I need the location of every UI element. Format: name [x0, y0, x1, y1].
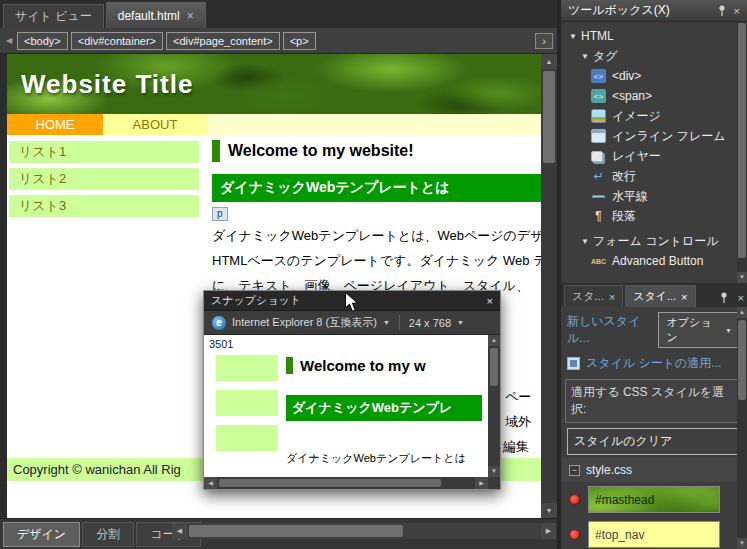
- scroll-down-button[interactable]: ▼: [737, 538, 747, 549]
- scroll-left-button[interactable]: ◀: [204, 477, 217, 489]
- collapse-icon[interactable]: ▼: [581, 52, 593, 61]
- right-panel-column: ツールボックス(X) × ▼ HTML ▼ タグ <> <div> <> <s: [561, 0, 747, 549]
- close-icon[interactable]: ×: [734, 5, 740, 17]
- scroll-thumb[interactable]: [543, 71, 555, 163]
- scroll-right-button[interactable]: ▶: [475, 477, 488, 489]
- preview-hscrollbar[interactable]: ◀ ▶: [204, 477, 488, 489]
- design-vscrollbar[interactable]: ▲ ▼: [541, 54, 557, 518]
- styles-tab-bar: スタ... × スタイ... × ×: [561, 283, 747, 307]
- toolbox-item-paragraph[interactable]: ¶ 段落: [561, 206, 747, 226]
- view-tab-split[interactable]: 分割: [82, 522, 134, 547]
- id-selector-icon: [569, 529, 580, 540]
- section-heading[interactable]: ダイナミックWebテンプレートとは: [212, 174, 541, 202]
- attach-stylesheet-icon: [567, 357, 580, 370]
- breadcrumb-item-page-content[interactable]: <div#page_content>: [166, 32, 280, 50]
- tree-group-html[interactable]: ▼ HTML: [561, 26, 747, 46]
- pin-icon[interactable]: [717, 5, 727, 17]
- left-column: リスト1 リスト2 リスト3: [7, 135, 207, 217]
- hscroll-thumb[interactable]: [189, 525, 403, 537]
- style-rule-top-nav[interactable]: #top_nav: [561, 517, 747, 549]
- scroll-down-button[interactable]: ▼: [737, 272, 747, 283]
- item-label: 水平線: [612, 188, 648, 205]
- style-swatch[interactable]: #masthead: [588, 486, 720, 513]
- toolbox-item-advanced-button[interactable]: ABC Advanced Button: [561, 251, 747, 271]
- style-swatch[interactable]: #top_nav: [588, 521, 720, 548]
- occluded-text-fragment: 域外: [505, 413, 531, 431]
- chevron-down-icon: ▼: [725, 327, 732, 334]
- quick-tag-prev-icon[interactable]: ◀: [4, 36, 14, 45]
- tab-manage-styles[interactable]: スタイ... ×: [625, 285, 695, 307]
- snapshot-close-icon[interactable]: ×: [487, 295, 493, 307]
- collapse-icon[interactable]: ▼: [569, 32, 581, 41]
- collapse-icon[interactable]: ▼: [581, 237, 593, 246]
- scroll-left-button[interactable]: ◀: [172, 523, 187, 539]
- p-tag-label[interactable]: p: [212, 207, 228, 221]
- tab-close-icon[interactable]: ×: [681, 291, 687, 303]
- clear-styles-item[interactable]: スタイルのクリア: [567, 428, 741, 455]
- line-break-icon: ↵: [591, 169, 606, 183]
- chevron-down-icon[interactable]: ▼: [383, 319, 390, 326]
- scroll-right-button[interactable]: ▶: [541, 523, 556, 539]
- tab-site-view[interactable]: サイト ビュー: [3, 4, 104, 28]
- nav-about-link[interactable]: ABOUT: [103, 114, 207, 135]
- preview-vscrollbar[interactable]: ▲ ▼: [488, 335, 500, 477]
- scroll-thumb[interactable]: [490, 348, 498, 386]
- paragraph[interactable]: ダイナミックWebテンプレートとは、Webページのデザ HTMLベースのテンプレ…: [212, 223, 541, 298]
- resolution-selector[interactable]: 24 x 768: [409, 317, 451, 329]
- view-tab-design[interactable]: デザイン: [3, 522, 80, 547]
- select-style-label: 適用する CSS スタイルを選択:: [565, 379, 743, 423]
- scroll-up-button[interactable]: ▲: [541, 54, 557, 69]
- scroll-down-button[interactable]: ▼: [541, 503, 557, 518]
- welcome-heading[interactable]: Welcome to my website!: [212, 140, 541, 162]
- toolbox-item-horizontal-rule[interactable]: 水平線: [561, 186, 747, 206]
- tree-group-form-controls[interactable]: ▼ フォーム コントロール: [561, 231, 747, 251]
- collapse-box-icon[interactable]: −: [569, 465, 580, 476]
- attach-stylesheet-link[interactable]: スタイル シートの適用...: [586, 355, 721, 372]
- browser-selector[interactable]: Internet Explorer 8 (互換表示): [232, 315, 377, 330]
- scroll-down-button[interactable]: ▼: [488, 466, 500, 477]
- snapshot-panel: スナップショット × e Internet Explorer 8 (互換表示) …: [203, 290, 501, 490]
- scroll-thumb[interactable]: [738, 23, 746, 258]
- toolbox-item-span[interactable]: <> <span>: [561, 86, 747, 106]
- item-label: インライン フレーム: [612, 128, 726, 145]
- scroll-thumb[interactable]: [219, 479, 441, 487]
- pin-icon[interactable]: [719, 292, 729, 304]
- toolbox-item-line-break[interactable]: ↵ 改行: [561, 166, 747, 186]
- toolbox-scrollbar[interactable]: ▼: [737, 22, 747, 283]
- masthead[interactable]: Website Title: [7, 54, 541, 114]
- tab-close-icon[interactable]: ×: [609, 291, 615, 303]
- style-rule-masthead[interactable]: #masthead: [561, 482, 747, 517]
- toolbox-item-image[interactable]: イメージ: [561, 106, 747, 126]
- stylesheet-item[interactable]: − style.css: [561, 458, 747, 482]
- tab-default-html[interactable]: default.html ×: [106, 2, 206, 28]
- quick-tag-more-button[interactable]: ›: [535, 33, 553, 49]
- ie-browser-icon: e: [212, 316, 226, 330]
- tab-apply-styles[interactable]: スタ... ×: [564, 285, 623, 307]
- scroll-up-button[interactable]: ▲: [737, 307, 747, 318]
- breadcrumb-item-container[interactable]: <div#container>: [71, 32, 163, 50]
- breadcrumb-item-body[interactable]: <body>: [17, 32, 68, 50]
- close-icon[interactable]: ×: [738, 292, 744, 304]
- styles-scrollbar[interactable]: ▲ ▼: [737, 307, 747, 549]
- tree-group-tag[interactable]: ▼ タグ: [561, 46, 747, 66]
- sidebar-list-item[interactable]: リスト1: [9, 141, 199, 163]
- view-mode-bar: デザイン 分割 コード ◀ ▶: [0, 518, 557, 549]
- item-label: <span>: [612, 89, 652, 103]
- nav-home-link[interactable]: HOME: [7, 114, 103, 135]
- new-style-link[interactable]: 新しいスタイル...: [567, 313, 658, 347]
- toolbox-item-inline-frame[interactable]: インライン フレーム: [561, 126, 747, 146]
- breadcrumb-item-p[interactable]: <p>: [283, 32, 316, 50]
- tab-close-icon[interactable]: ×: [187, 9, 194, 23]
- toolbox-item-div[interactable]: <> <div>: [561, 66, 747, 86]
- tab-label: スタ...: [572, 289, 604, 304]
- preview-list-item: [216, 425, 278, 451]
- chevron-down-icon[interactable]: ▼: [457, 319, 464, 326]
- sidebar-list-item[interactable]: リスト2: [9, 168, 199, 190]
- editor-hscrollbar[interactable]: ◀ ▶: [172, 523, 556, 539]
- panel-title: ツールボックス(X): [568, 2, 670, 19]
- toolbox-item-layer[interactable]: レイヤー: [561, 146, 747, 166]
- scroll-thumb[interactable]: [738, 320, 746, 400]
- options-button[interactable]: オプション ▼: [658, 312, 741, 348]
- scroll-up-button[interactable]: ▲: [488, 335, 500, 346]
- sidebar-list-item[interactable]: リスト3: [9, 195, 199, 217]
